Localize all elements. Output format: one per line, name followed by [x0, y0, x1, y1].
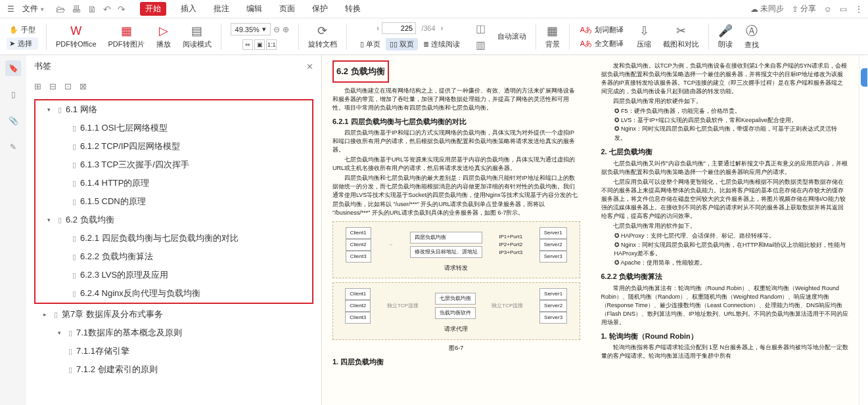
- select-tool[interactable]: ➤选择: [7, 37, 38, 50]
- right-edge-handle[interactable]: [859, 55, 868, 405]
- bookmark-item[interactable]: ▯6.1.3 TCP三次握手/四次挥手: [35, 156, 312, 174]
- hamburger-icon[interactable]: ☰: [5, 4, 16, 14]
- bookmark-item[interactable]: ▯7.1.2 创建索引的原则: [32, 360, 316, 379]
- subheading: 1. 轮询均衡（Round Robin）: [601, 331, 849, 342]
- zoom-in-icon[interactable]: ⊕: [283, 25, 289, 34]
- bookmark-item[interactable]: ▯6.1.5 CDN的原理: [35, 192, 312, 211]
- find[interactable]: Ⓐ 查找: [741, 18, 763, 54]
- bookmark-item[interactable]: ▯7.1.1存储引擎: [32, 342, 316, 360]
- page-total: /364: [419, 24, 438, 32]
- double-page-btn[interactable]: ▯▯ 双页: [386, 38, 418, 51]
- bookmark-icon: ▯: [68, 329, 72, 337]
- rotate-doc[interactable]: ⟳ 旋转文档: [304, 18, 341, 54]
- ribbon-tabs: 开始 插入 批注 编辑 页面 保护 转换: [140, 2, 363, 16]
- thumbnail-tab-icon[interactable]: ▯: [5, 87, 21, 102]
- play-button[interactable]: ▷ 播放: [152, 18, 175, 54]
- bookmark-icon: ▯: [72, 179, 76, 188]
- tab-start[interactable]: 开始: [140, 2, 166, 16]
- pdf-to-image[interactable]: ▦ PDF转图片: [104, 18, 148, 54]
- bookmark-text: 6.1.1 OSI七层网络模型: [80, 122, 168, 134]
- bookmark-icon: ▯: [72, 289, 76, 298]
- bookmark-item[interactable]: ▾▯6.2 负载均衡: [35, 211, 312, 229]
- sync-status[interactable]: ☁ 未同步: [750, 3, 784, 14]
- tab-insert[interactable]: 插入: [178, 2, 199, 16]
- page-viewer[interactable]: 6.2 负载均衡 负载均衡建立在现有网络结构之上，提供了一种廉价、有效、透明的方…: [322, 55, 859, 405]
- bm-child-icon[interactable]: ⊟: [49, 81, 57, 91]
- bookmark-item[interactable]: ▯6.2.3 LVS的原理及应用: [35, 266, 312, 284]
- more-icon[interactable]: ⋮: [855, 5, 863, 14]
- thumbnail-icon[interactable]: ▥: [476, 39, 486, 51]
- bm-collapse-icon[interactable]: ⊡: [64, 81, 72, 91]
- autoscroll[interactable]: 自动滚动: [493, 18, 530, 54]
- toggle-icon[interactable]: ▾: [47, 217, 54, 223]
- fit-page-icon[interactable]: ▣: [254, 39, 265, 50]
- bookmark-item[interactable]: ▯6.2.1 四层负载均衡与七层负载均衡的对比: [35, 229, 312, 247]
- toggle-icon[interactable]: ▸: [43, 311, 50, 318]
- file-menu[interactable]: 文件 ▾: [18, 2, 48, 16]
- read-mode[interactable]: ▤ 阅读模式: [179, 18, 216, 54]
- fit-width-icon[interactable]: ⇔: [242, 39, 253, 50]
- prev-page-icon[interactable]: ‹: [377, 24, 379, 33]
- bookmark-tab-icon[interactable]: 🔖: [5, 60, 21, 76]
- arrow-icon: →: [388, 241, 393, 249]
- bookmark-item[interactable]: ▸▯第7章 数据库及分布式事务: [32, 305, 316, 324]
- bookmark-text: 6.2 负载均衡: [66, 214, 114, 226]
- full-translate[interactable]: Aあ全文翻译: [578, 37, 626, 50]
- zoom-out-icon[interactable]: ⊖: [273, 25, 280, 34]
- tab-annotate[interactable]: 批注: [211, 2, 232, 16]
- bookmark-item[interactable]: ▯6.1.2 TCP/IP四层网络模型: [35, 137, 312, 156]
- side-tab-icon[interactable]: [861, 68, 867, 87]
- bookmark-item[interactable]: ▯6.1.4 HTTP的原理: [35, 174, 312, 192]
- tab-convert[interactable]: 转换: [342, 2, 363, 16]
- toggle-icon[interactable]: ▾: [47, 106, 54, 113]
- bookmark-nav-icon[interactable]: ◫: [476, 22, 486, 35]
- actual-size-icon[interactable]: 1:1: [266, 39, 277, 50]
- chat-icon[interactable]: ▭: [840, 5, 847, 14]
- continuous-btn[interactable]: ≣ 连续阅读: [419, 38, 464, 51]
- bookmark-item[interactable]: ▯6.2.4 Nginx反向代理与负载均衡: [35, 284, 312, 303]
- open-icon[interactable]: 🗁: [56, 4, 65, 14]
- zoom-select[interactable]: 49.35% ▾: [231, 23, 271, 35]
- list-item: ✪ LVS：基于IP+端口实现的四层负载软件，常和Keepalive配合使用。: [614, 116, 849, 125]
- read-aloud[interactable]: 🎤 朗读: [714, 18, 737, 54]
- bookmark-text: 7.1.2 创建索引的原则: [76, 364, 158, 375]
- diagram-l7: Client1 Client2 Client3 独立TCP连接 七层负载均衡 负…: [332, 282, 580, 340]
- paragraph: 常用的负载均衡算法有：轮询均衡（Round Robin）、权重轮询均衡（Weig…: [601, 284, 849, 327]
- tab-edit[interactable]: 编辑: [244, 2, 265, 16]
- toggle-icon[interactable]: ▾: [58, 330, 64, 336]
- close-panel-icon[interactable]: ✕: [306, 62, 313, 72]
- page-input[interactable]: [382, 22, 416, 34]
- play-icon: ▷: [159, 24, 168, 38]
- bookmark-text: 7.1数据库的基本概念及原则: [76, 327, 182, 339]
- save-icon[interactable]: 🗎: [87, 4, 97, 14]
- share-button[interactable]: ⇪ 分享: [792, 3, 816, 14]
- background[interactable]: ▦ 背景: [541, 18, 564, 54]
- signature-tab-icon[interactable]: ✎: [5, 139, 21, 155]
- tab-protect[interactable]: 保护: [309, 2, 331, 16]
- redo-icon[interactable]: ↷: [118, 4, 126, 14]
- hand-tool[interactable]: ✋手型: [7, 24, 38, 36]
- screenshot-compare[interactable]: ✂ 截图和对比: [659, 18, 703, 54]
- bookmark-item[interactable]: ▯6.2.2 负载均衡算法: [35, 247, 312, 266]
- bookmark-item[interactable]: ▯6.1.1 OSI七层网络模型: [35, 119, 312, 137]
- book-icon: ▤: [191, 24, 202, 38]
- bm-expand-icon[interactable]: ⊠: [80, 81, 87, 91]
- next-page-icon[interactable]: ›: [441, 24, 444, 33]
- bookmark-item[interactable]: ▾▯7.1数据库的基本概念及原则: [32, 324, 316, 342]
- paragraph: 七层应用负载可以使整个网络更智能化，七层负载均衡根据不同的数据类型将数据存储在不…: [601, 178, 849, 221]
- dict-translate[interactable]: Aあ划词翻译: [578, 24, 626, 36]
- tab-page[interactable]: 页面: [277, 2, 298, 16]
- single-page-btn[interactable]: ▯ 单页: [356, 38, 384, 51]
- bookmark-item[interactable]: ▾▯6.1 网络: [35, 100, 312, 119]
- more-view: ◫ ▥: [472, 18, 490, 54]
- list-item: ✪ Nginx：同时实现四层负载和七层负载均衡，带缓存功能，可基于正则表达式灵活…: [614, 125, 849, 142]
- attachment-tab-icon[interactable]: 📎: [5, 113, 21, 129]
- bm-add-icon[interactable]: ⊞: [34, 81, 41, 91]
- smile-icon[interactable]: ☺: [824, 5, 832, 14]
- dict-icon: Aあ: [580, 25, 592, 35]
- undo-icon[interactable]: ↶: [103, 4, 111, 14]
- translate-tools: Aあ划词翻译 Aあ全文翻译: [575, 24, 629, 50]
- compress[interactable]: ⇩ 压缩: [633, 18, 655, 54]
- pdf-to-office[interactable]: W PDF转Office: [52, 18, 101, 54]
- print-icon[interactable]: 🖶: [72, 4, 81, 14]
